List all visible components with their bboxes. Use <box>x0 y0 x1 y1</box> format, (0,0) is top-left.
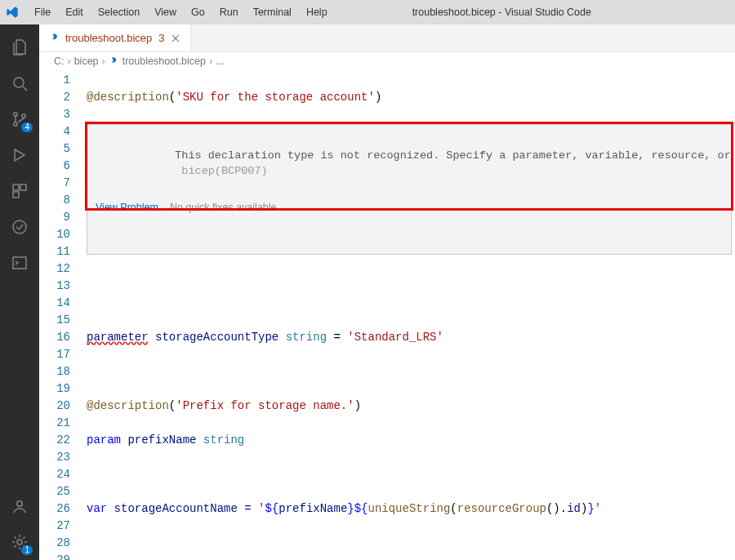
tab-label: troubleshoot.bicep <box>65 32 152 44</box>
code-editor[interactable]: 1 2 3 4 5 6 7 8 9 10 11 12 13 14 15 16 1 <box>39 70 735 560</box>
menu-go[interactable]: Go <box>185 3 212 21</box>
svg-point-4 <box>22 114 25 118</box>
title-bar: File Edit Selection View Go Run Terminal… <box>0 0 735 24</box>
files-icon <box>10 38 29 57</box>
menu-file[interactable]: File <box>28 3 57 21</box>
breadcrumb-seg-root[interactable]: C: <box>54 56 65 67</box>
svg-rect-6 <box>20 184 26 190</box>
problem-code: bicep(BCP007) <box>181 165 267 177</box>
play-bug-icon <box>10 145 29 165</box>
no-quick-fix-label: No quick fixes available <box>170 200 277 215</box>
menu-selection[interactable]: Selection <box>91 3 146 21</box>
activity-settings[interactable]: 1 <box>0 524 39 560</box>
activity-explorer[interactable] <box>0 29 39 65</box>
account-icon <box>10 496 29 516</box>
menu-bar: File Edit Selection View Go Run Terminal… <box>28 3 334 21</box>
svg-rect-5 <box>13 184 19 190</box>
search-icon <box>10 73 29 93</box>
problem-hover-popup: This declaration type is not recognized.… <box>87 124 732 255</box>
svg-point-8 <box>13 220 26 233</box>
breadcrumb-seg-folder[interactable]: bicep <box>74 56 99 67</box>
activity-terminal[interactable] <box>0 245 39 281</box>
svg-point-10 <box>17 501 22 506</box>
code-content[interactable]: @description('SKU for the storage accoun… <box>82 70 735 560</box>
extensions-icon <box>10 181 29 201</box>
svg-point-2 <box>14 113 17 116</box>
activity-accounts[interactable] <box>0 488 39 524</box>
activity-testing[interactable] <box>0 209 39 245</box>
close-icon <box>171 33 180 43</box>
bicep-file-icon <box>49 33 60 44</box>
svg-point-3 <box>14 122 17 126</box>
activity-extensions[interactable] <box>0 173 39 209</box>
menu-edit[interactable]: Edit <box>59 3 90 21</box>
chevron-right-icon: › <box>68 56 71 67</box>
bicep-file-icon <box>109 56 119 67</box>
activity-bar: 4 1 <box>0 24 39 560</box>
menu-run[interactable]: Run <box>213 3 245 21</box>
chevron-right-icon: › <box>209 56 212 67</box>
activity-search[interactable] <box>0 65 39 101</box>
beaker-check-icon <box>10 217 29 237</box>
breadcrumb[interactable]: C: › bicep › troubleshoot.bicep › ... <box>39 52 735 70</box>
menu-view[interactable]: View <box>148 3 183 21</box>
scm-badge: 4 <box>21 122 33 132</box>
svg-point-11 <box>17 540 22 544</box>
svg-point-0 <box>14 78 24 87</box>
svg-rect-7 <box>13 192 19 198</box>
svg-rect-9 <box>13 257 26 269</box>
activity-run-debug[interactable] <box>0 137 39 173</box>
tab-problem-count: 3 <box>158 32 164 44</box>
vscode-logo-icon <box>5 5 20 20</box>
svg-line-1 <box>23 87 27 91</box>
settings-badge: 1 <box>21 545 33 555</box>
editor-group: troubleshoot.bicep 3 C: › bicep › troubl… <box>39 24 735 560</box>
problem-message: This declaration type is not recognized.… <box>175 149 735 162</box>
tab-bar: troubleshoot.bicep 3 <box>39 24 735 52</box>
line-number-gutter: 1 2 3 4 5 6 7 8 9 10 11 12 13 14 15 16 1 <box>39 70 82 560</box>
breadcrumb-seg-symbol[interactable]: ... <box>216 56 224 67</box>
tab-close-button[interactable] <box>169 32 182 45</box>
terminal-icon <box>10 253 29 273</box>
menu-terminal[interactable]: Terminal <box>247 3 298 21</box>
window-title: troubleshoot.bicep - Visual Studio Code <box>334 7 735 18</box>
menu-help[interactable]: Help <box>300 3 334 21</box>
breadcrumb-seg-file[interactable]: troubleshoot.bicep <box>122 56 206 67</box>
chevron-right-icon: › <box>102 56 105 67</box>
activity-source-control[interactable]: 4 <box>0 101 39 137</box>
view-problem-link[interactable]: View Problem <box>96 200 158 215</box>
tab-troubleshoot-bicep[interactable]: troubleshoot.bicep 3 <box>39 24 191 51</box>
